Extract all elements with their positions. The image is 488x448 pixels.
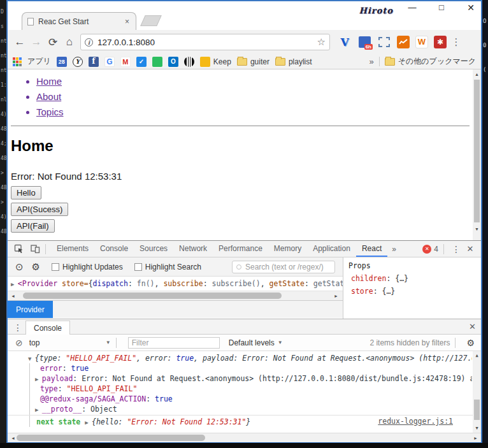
extension-red-gear-icon[interactable]: ✱ <box>434 36 447 48</box>
bookmark-gmail-icon[interactable]: M <box>120 57 131 67</box>
bookmark-folder-guiter[interactable]: guiter <box>237 57 269 66</box>
api-fail-button[interactable]: API(Fail) <box>11 219 55 233</box>
react-search-input[interactable] <box>245 261 333 273</box>
address-bar[interactable]: i 127.0.0.1:8080 ☆ <box>80 34 330 50</box>
log-levels-selector[interactable]: Default levels ▼ <box>229 338 283 347</box>
console-toolbar: ⊘ top ▼ Default levels ▼ 2 items hidden … <box>8 335 481 351</box>
console-horizontal-scrollbar[interactable]: ◄ ► <box>8 433 481 442</box>
home-icon[interactable]: ⌂ <box>61 36 78 48</box>
error-count: 4 <box>434 245 438 254</box>
tab-performance[interactable]: Performance <box>213 241 268 257</box>
tab-elements[interactable]: Elements <box>51 241 94 257</box>
scrollbar-thumb[interactable] <box>474 400 480 420</box>
tab-sources[interactable]: Sources <box>134 241 173 257</box>
props-title: Props <box>348 261 481 270</box>
reload-icon[interactable]: ⟳ <box>45 36 61 49</box>
context-selector[interactable]: top ▼ <box>29 338 111 347</box>
bookmark-google-icon[interactable]: G <box>104 57 115 67</box>
bookmark-keep[interactable]: Keep <box>200 57 231 67</box>
tab-close-icon[interactable]: × <box>124 17 131 26</box>
console-drawer-tab[interactable]: Console <box>25 321 70 335</box>
tab-application[interactable]: Application <box>307 241 356 257</box>
bookmark-apps[interactable]: アプリ <box>27 56 51 67</box>
tab-console[interactable]: Console <box>94 241 134 257</box>
breadcrumb-provider[interactable]: Provider <box>8 301 53 318</box>
log-row-payload-prop[interactable]: ▶ payload: Error: Not Found at Request.<… <box>8 373 472 384</box>
scroll-down-icon[interactable]: ▼ <box>473 225 481 233</box>
bookmark-calendar-icon[interactable]: 28 <box>57 57 67 67</box>
react-horizontal-scrollbar[interactable]: ◄ ► <box>8 291 343 300</box>
url-text[interactable]: 127.0.0.1:8080 <box>97 38 317 47</box>
bookmark-star-icon[interactable]: ☆ <box>317 36 326 48</box>
browser-tab[interactable]: Reac Get Start × <box>22 12 136 30</box>
scroll-down-icon[interactable]: ▼ <box>473 424 481 433</box>
minimize-button[interactable]: — <box>407 3 417 13</box>
extension-calendar-icon[interactable]: 6h <box>357 35 371 49</box>
close-window-button[interactable]: ✕ <box>466 3 476 13</box>
bookmarks-overflow-icon[interactable]: » <box>370 57 374 66</box>
clear-console-icon[interactable]: ⊘ <box>15 338 23 348</box>
error-badge[interactable]: ✕ 4 <box>422 245 438 254</box>
react-settings-gear-icon[interactable]: ⚙ <box>32 261 40 273</box>
hello-button[interactable]: Hello <box>11 186 41 199</box>
bookmark-circle-y-icon[interactable]: Y <box>73 57 83 67</box>
apps-grid-icon[interactable] <box>13 57 15 60</box>
bookmark-facebook-icon[interactable]: f <box>89 57 99 67</box>
scrollbar-thumb[interactable] <box>474 80 480 222</box>
chrome-menu-icon[interactable]: ⋮ <box>450 36 462 48</box>
devtools-close-icon[interactable]: ✕ <box>463 244 477 254</box>
device-toolbar-icon[interactable] <box>30 244 40 254</box>
more-tabs-icon[interactable]: » <box>387 245 401 254</box>
tab-memory[interactable]: Memory <box>268 241 307 257</box>
prop-row-children[interactable]: children: {…} <box>348 274 481 283</box>
extension-w-icon[interactable]: W <box>415 36 428 48</box>
highlight-search-checkbox[interactable]: Highlight Search <box>134 263 201 271</box>
drawer-close-icon[interactable]: ✕ <box>469 322 476 331</box>
source-link[interactable]: redux-logger.js:1 <box>378 417 453 426</box>
react-component-tree-row[interactable]: ▶ <Provider store={dispatch: fn(), subsc… <box>8 277 343 291</box>
log-row-saga-action-prop[interactable]: @@redux-saga/SAGA_ACTION: true <box>8 394 472 404</box>
scroll-up-icon[interactable]: ▲ <box>473 70 481 78</box>
api-success-button[interactable]: API(Sucess) <box>11 203 68 216</box>
extension-analytics-icon[interactable] <box>397 36 410 48</box>
maximize-button[interactable]: □ <box>436 3 447 13</box>
bookmark-mail-icon[interactable]: ✓ <box>136 57 147 67</box>
console-filter-input[interactable] <box>128 337 220 349</box>
devtools-menu-icon[interactable]: ⋮ <box>449 244 463 254</box>
scroll-right-icon[interactable]: ► <box>332 292 340 300</box>
link-topics[interactable]: Topics <box>36 106 64 117</box>
tab-network[interactable]: Network <box>173 241 213 257</box>
inspect-element-icon[interactable] <box>14 244 24 254</box>
log-row-action-preview[interactable]: ▼ {type: "HELLO_API_FAIL", error: true, … <box>8 353 472 363</box>
scrollbar-thumb[interactable] <box>23 293 282 299</box>
bookmark-outlook-icon[interactable]: O <box>168 57 178 67</box>
back-icon[interactable]: ← <box>11 36 28 48</box>
link-home[interactable]: Home <box>36 76 62 87</box>
console-scrollbar[interactable]: ▲ ▼ <box>473 351 481 433</box>
scrollbar-thumb[interactable] <box>17 435 205 441</box>
page-scrollbar[interactable]: ▲ ▼ <box>473 69 481 240</box>
new-tab-button[interactable] <box>140 15 162 26</box>
bookmark-evernote-icon[interactable] <box>152 57 162 67</box>
tab-react[interactable]: React <box>356 241 387 257</box>
scroll-up-icon[interactable]: ▲ <box>473 352 481 360</box>
prop-row-store[interactable]: store: {…} <box>348 287 481 296</box>
site-info-icon[interactable]: i <box>85 38 93 47</box>
react-search-box[interactable] <box>232 261 335 273</box>
extension-v-icon[interactable]: V <box>338 35 352 49</box>
log-row-type-prop[interactable]: type: "HELLO_API_FAIL" <box>8 384 472 394</box>
highlight-updates-checkbox[interactable]: Highlight Updates <box>52 263 123 271</box>
log-row-error-prop[interactable]: error: true <box>8 363 472 373</box>
bookmark-black-circle-icon[interactable] <box>184 57 194 67</box>
extension-capture-icon[interactable] <box>377 35 391 49</box>
bookmark-other-folder[interactable]: その他のブックマーク <box>385 56 476 67</box>
scroll-left-icon[interactable]: ◄ <box>9 292 17 300</box>
bookmark-folder-playlist[interactable]: playlist <box>275 57 312 66</box>
log-row-proto[interactable]: ▶ __proto__: Object <box>8 404 472 414</box>
console-settings-gear-icon[interactable]: ⚙ <box>466 338 475 348</box>
scroll-right-icon[interactable]: ► <box>471 434 480 442</box>
forward-icon[interactable]: → <box>28 36 45 48</box>
link-about[interactable]: About <box>36 91 61 102</box>
select-component-icon[interactable]: ⊙ <box>15 261 24 273</box>
drawer-menu-icon[interactable]: ⋮ <box>13 322 23 333</box>
